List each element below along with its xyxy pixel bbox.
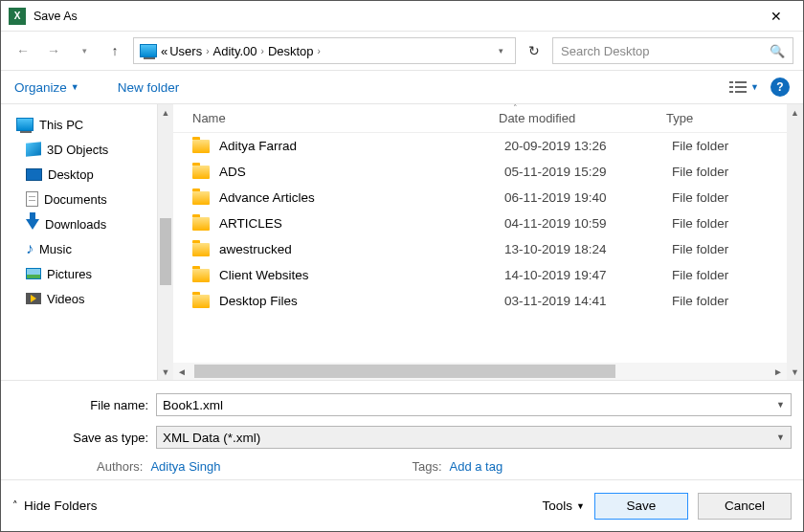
file-type: File folder <box>672 190 787 205</box>
tree-item-desktop[interactable]: Desktop <box>16 162 157 187</box>
horizontal-scrollbar[interactable]: ◄ ► <box>173 363 787 380</box>
file-type: File folder <box>672 216 787 231</box>
column-header-name[interactable]: Name <box>192 111 499 125</box>
chevron-down-icon: ▼ <box>576 501 585 511</box>
new-folder-button[interactable]: New folder <box>118 80 180 95</box>
hide-folders-button[interactable]: ˄ Hide Folders <box>12 499 98 513</box>
list-item[interactable]: Client Websites14-10-2019 19:47File fold… <box>173 262 787 288</box>
save-form: File name: Book1.xml ▼ Save as type: XML… <box>1 381 803 479</box>
savetype-select[interactable]: XML Data (*.xml) ▼ <box>156 426 792 449</box>
list-item[interactable]: awestrucked13-10-2019 18:24File folder <box>173 236 787 262</box>
tree-item-pictures[interactable]: Pictures <box>16 261 157 286</box>
dialog-footer: ˄ Hide Folders Tools ▼ Save Cancel <box>1 479 803 531</box>
vid-icon <box>26 293 41 304</box>
filename-input[interactable]: Book1.xml ▼ <box>156 393 792 416</box>
filename-label: File name: <box>12 398 156 412</box>
refresh-button[interactable]: ↻ <box>522 38 547 63</box>
pic-icon <box>26 268 41 279</box>
list-item[interactable]: Aditya Farrad20-09-2019 13:26File folder <box>173 133 787 159</box>
this-pc-icon <box>140 44 157 57</box>
file-date: 13-10-2019 18:24 <box>504 242 672 256</box>
scroll-up-icon[interactable]: ▲ <box>787 104 803 121</box>
folder-icon <box>192 191 210 205</box>
file-date: 20-09-2019 13:26 <box>504 139 672 153</box>
tools-menu[interactable]: Tools ▼ <box>543 499 585 513</box>
save-button[interactable]: Save <box>594 493 688 520</box>
file-type: File folder <box>672 165 787 179</box>
chevron-down-icon[interactable]: ▼ <box>776 400 785 410</box>
folder-icon <box>192 166 210 179</box>
desktop-icon <box>26 168 42 181</box>
forward-button[interactable]: → <box>41 38 66 63</box>
breadcrumb-root-glyph: « <box>161 44 168 58</box>
this-pc-icon <box>16 118 34 131</box>
folder-icon <box>192 140 210 153</box>
authors-value[interactable]: Aditya Singh <box>150 459 220 474</box>
scroll-up-icon[interactable]: ▲ <box>158 104 173 121</box>
tree-item-downloads[interactable]: Downloads <box>16 211 157 236</box>
svg-rect-2 <box>729 86 733 88</box>
list-item[interactable]: Desktop Files03-11-2019 14:41File folder <box>173 288 787 314</box>
scroll-right-icon[interactable]: ► <box>770 366 787 377</box>
chevron-right-icon: › <box>204 46 211 56</box>
back-button[interactable]: ← <box>11 38 35 63</box>
scroll-thumb[interactable] <box>194 365 615 378</box>
svg-rect-4 <box>729 91 733 93</box>
recent-dropdown[interactable]: ▾ <box>72 38 97 63</box>
tags-value[interactable]: Add a tag <box>450 459 503 474</box>
view-options-button[interactable]: ▼ <box>729 80 759 94</box>
tree-item-documents[interactable]: Documents <box>16 187 157 211</box>
save-as-dialog: X Save As ✕ ← → ▾ ↑ « Users › Adity.00 ›… <box>0 0 804 532</box>
svg-rect-0 <box>729 81 733 83</box>
file-date: 04-11-2019 10:59 <box>504 216 672 231</box>
search-placeholder: Search Desktop <box>561 44 650 58</box>
savetype-label: Save as type: <box>12 431 156 445</box>
file-name: ADS <box>219 165 504 179</box>
column-header-date[interactable]: Date modified <box>499 111 666 125</box>
organize-menu[interactable]: Organize▼ <box>14 80 79 95</box>
file-date: 03-11-2019 14:41 <box>504 294 672 308</box>
window-title: Save As <box>34 10 78 23</box>
music-icon: ♪ <box>26 240 34 257</box>
tree-item-videos[interactable]: Videos <box>16 286 157 311</box>
chevron-right-icon: › <box>259 46 266 56</box>
file-name: Advance Articles <box>219 190 504 205</box>
scroll-down-icon[interactable]: ▼ <box>787 364 803 380</box>
list-item[interactable]: ARTICLES04-11-2019 10:59File folder <box>173 211 787 236</box>
address-dropdown[interactable]: ▾ <box>493 46 509 55</box>
list-item[interactable]: ADS05-11-2019 15:29File folder <box>173 159 787 185</box>
file-list-pane: ˄ Name Date modified Type Aditya Farrad2… <box>173 104 803 380</box>
folder-icon <box>192 295 210 308</box>
doc-icon <box>26 191 38 207</box>
file-date: 05-11-2019 15:29 <box>504 165 672 179</box>
titlebar: X Save As ✕ <box>1 1 803 32</box>
column-header-type[interactable]: Type <box>666 111 787 125</box>
tree-item-3d-objects[interactable]: 3D Objects <box>16 137 157 162</box>
search-input[interactable]: Search Desktop 🔍 <box>552 37 793 64</box>
nav-tree: This PC 3D ObjectsDesktopDocumentsDownlo… <box>1 104 173 380</box>
scroll-left-icon[interactable]: ◄ <box>173 366 190 377</box>
chevron-down-icon[interactable]: ▼ <box>776 432 785 442</box>
breadcrumb-user[interactable]: Adity.00 <box>212 44 259 58</box>
cancel-button[interactable]: Cancel <box>698 493 792 520</box>
tree-item-music[interactable]: ♪Music <box>16 236 157 261</box>
svg-rect-1 <box>735 81 747 83</box>
scroll-down-icon[interactable]: ▼ <box>158 364 173 380</box>
excel-icon: X <box>9 8 26 25</box>
svg-rect-3 <box>735 86 747 88</box>
content-area: This PC 3D ObjectsDesktopDocumentsDownlo… <box>1 104 803 381</box>
list-item[interactable]: Advance Articles06-11-2019 19:40File fol… <box>173 185 787 211</box>
tree-this-pc[interactable]: This PC <box>16 112 157 137</box>
file-list-scrollbar[interactable]: ▲ ▼ <box>787 104 803 380</box>
file-date: 14-10-2019 19:47 <box>504 268 672 282</box>
3d-icon <box>26 142 41 157</box>
breadcrumb-users[interactable]: Users <box>168 44 204 58</box>
scroll-thumb[interactable] <box>160 218 171 285</box>
close-button[interactable]: ✕ <box>757 1 795 32</box>
breadcrumb-desktop[interactable]: Desktop <box>266 44 316 58</box>
folder-icon <box>192 269 210 282</box>
up-button[interactable]: ↑ <box>102 38 127 63</box>
address-bar[interactable]: « Users › Adity.00 › Desktop › ▾ <box>133 37 516 64</box>
help-button[interactable]: ? <box>770 78 790 97</box>
sidebar-scrollbar[interactable]: ▲ ▼ <box>157 104 173 380</box>
